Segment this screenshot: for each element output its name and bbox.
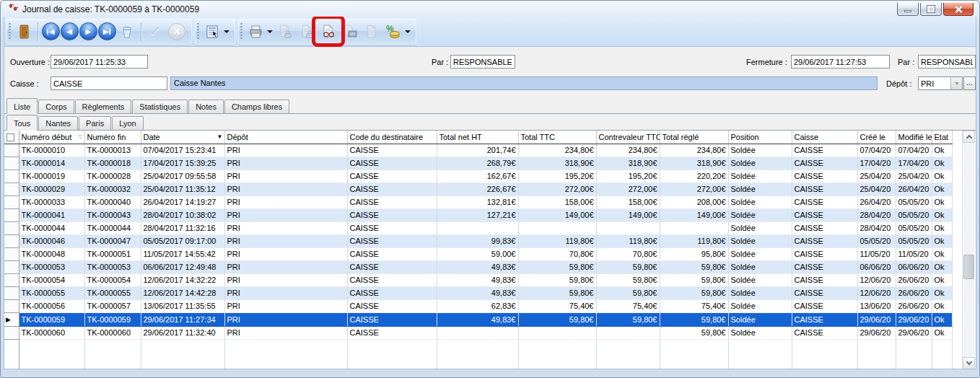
cell[interactable]: CAISSE	[347, 208, 437, 221]
table-row[interactable]: TK-0000014TK-000001817/04/2017 15:39:25P…	[4, 157, 952, 170]
cell[interactable]: 70,80€	[518, 247, 596, 260]
cell[interactable]: 59,80€	[518, 286, 596, 299]
cell[interactable]: 272,00€	[660, 183, 728, 195]
display-mode-button[interactable]	[201, 21, 223, 43]
cell[interactable]: Soldée	[728, 221, 792, 234]
fermeture-input[interactable]	[791, 55, 890, 69]
cell[interactable]: 29/06/20	[857, 326, 896, 339]
cell[interactable]: CAISSE	[792, 144, 857, 157]
cell[interactable]	[660, 221, 728, 234]
cell[interactable]: 75,40€	[660, 299, 728, 312]
row-selector[interactable]	[4, 299, 19, 312]
cell[interactable]: CAISSE	[792, 170, 857, 183]
cell[interactable]: PRI	[224, 299, 347, 312]
cell[interactable]: TK-0000013	[84, 144, 141, 157]
cell[interactable]: 318,90€	[596, 157, 660, 170]
cell[interactable]: CAISSE	[347, 273, 437, 286]
cell[interactable]: 59,80€	[596, 260, 660, 273]
cell[interactable]: Soldée	[728, 157, 792, 170]
select-all-checkbox[interactable]	[4, 131, 19, 144]
cell[interactable]: 49,83€	[437, 286, 518, 299]
cell[interactable]: 59,80€	[660, 273, 728, 286]
cell[interactable]: Ok	[932, 247, 952, 260]
cell[interactable]: CAISSE	[347, 326, 437, 339]
cell[interactable]: Soldée	[728, 170, 792, 183]
cell[interactable]: 234,80€	[660, 144, 728, 157]
cell[interactable]: 05/05/20	[896, 234, 932, 247]
cell[interactable]: Ok	[932, 221, 952, 234]
cell[interactable]: 59,80€	[660, 326, 728, 339]
row-selector[interactable]: ▶	[4, 312, 19, 326]
cell[interactable]: 26/04/2017 14:19:27	[141, 195, 224, 208]
cell[interactable]: 59,80€	[518, 273, 596, 286]
cell[interactable]: 13/06/2017 11:35:55	[141, 299, 224, 312]
cell[interactable]: PRI	[224, 273, 347, 286]
cell[interactable]: CAISSE	[347, 170, 437, 183]
cell[interactable]: TK-0000043	[84, 208, 141, 221]
cell[interactable]: Soldée	[728, 312, 792, 326]
cell[interactable]: 29/06/20	[857, 312, 896, 326]
table-row[interactable]: TK-0000044TK-000004428/04/2017 11:32:16P…	[4, 221, 952, 234]
cell[interactable]: 59,80€	[596, 312, 660, 326]
table-row[interactable]: TK-0000060TK-000006029/06/2017 11:32:40P…	[4, 326, 952, 339]
tab-main-4[interactable]: Statistiques	[132, 100, 188, 113]
par1-input[interactable]	[450, 55, 515, 69]
table-row[interactable]: TK-0000053TK-000005306/06/2017 12:49:48P…	[4, 260, 952, 273]
display-mode-dropdown-arrow[interactable]	[224, 30, 229, 36]
cell[interactable]: PRI	[224, 286, 347, 299]
cell[interactable]: 158,00€	[596, 195, 660, 208]
validate-button[interactable]: ✓	[144, 21, 166, 43]
cell[interactable]: 07/04/2017 15:23:41	[141, 144, 224, 157]
cell[interactable]: 29/06/2017 11:27:34	[141, 312, 224, 326]
cell[interactable]: Ok	[932, 260, 952, 273]
cell[interactable]: 99,83€	[437, 234, 518, 247]
column-header-13[interactable]: Modifié le	[896, 131, 932, 144]
cell[interactable]: Ok	[932, 234, 952, 247]
cell[interactable]: CAISSE	[347, 144, 437, 157]
cell[interactable]: TK-0000055	[84, 286, 141, 299]
cell[interactable]: 234,80€	[518, 144, 596, 157]
row-selector[interactable]	[4, 247, 19, 260]
cell[interactable]: 07/04/20	[896, 144, 932, 157]
cell[interactable]: TK-0000056	[19, 299, 84, 312]
table-row[interactable]: TK-0000048TK-000005111/05/2017 14:55:42P…	[4, 247, 952, 260]
cell[interactable]: 119,80€	[518, 234, 596, 247]
cell[interactable]: CAISSE	[792, 273, 857, 286]
cell[interactable]: Ok	[932, 170, 952, 183]
cell[interactable]: Ok	[932, 157, 952, 170]
cell[interactable]: Soldée	[728, 234, 792, 247]
cell[interactable]: 149,00€	[596, 208, 660, 221]
cell[interactable]: 318,90€	[518, 157, 596, 170]
cell[interactable]: Soldée	[728, 208, 792, 221]
cell[interactable]: 220,20€	[660, 170, 728, 183]
cell[interactable]: 95,80€	[660, 247, 728, 260]
document-button[interactable]	[361, 21, 382, 43]
cell[interactable]: 13/06/20	[857, 299, 896, 312]
previous-record-button[interactable]: ◀	[60, 21, 79, 43]
cell[interactable]: Ok	[932, 195, 952, 208]
column-header-6[interactable]: Total net HT	[437, 131, 518, 144]
row-selector[interactable]	[4, 273, 19, 286]
cell[interactable]: CAISSE	[347, 183, 437, 195]
column-header-7[interactable]: Total TTC	[518, 131, 596, 144]
column-header-1[interactable]: Numéro début▽	[19, 131, 84, 144]
cell[interactable]: 62,83€	[437, 299, 518, 312]
scrollbar-thumb[interactable]	[963, 255, 974, 279]
row-selector[interactable]	[4, 286, 19, 299]
print-document-locked-button[interactable]	[296, 21, 318, 43]
cell[interactable]: Soldée	[728, 299, 792, 312]
cell[interactable]: PRI	[224, 234, 347, 247]
cell[interactable]: Soldée	[728, 144, 792, 157]
cell[interactable]: CAISSE	[347, 299, 437, 312]
cell[interactable]: 17/04/20	[896, 157, 932, 170]
cell[interactable]: Soldée	[728, 273, 792, 286]
cell[interactable]: 149,00€	[518, 208, 596, 221]
cell[interactable]	[596, 221, 660, 234]
cell[interactable]: TK-0000047	[84, 234, 141, 247]
last-record-button[interactable]: ▶	[97, 21, 116, 43]
cell[interactable]: Ok	[932, 299, 952, 312]
cell[interactable]: 59,80€	[660, 312, 728, 326]
cell[interactable]: 25/04/20	[857, 170, 896, 183]
cell[interactable]: TK-0000051	[84, 247, 141, 260]
cell[interactable]: 195,20€	[596, 170, 660, 183]
